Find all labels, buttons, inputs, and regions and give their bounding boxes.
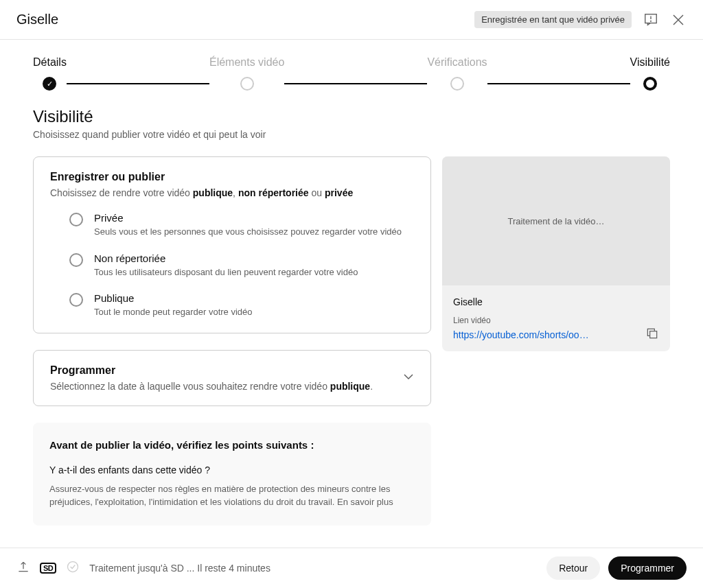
feedback-icon[interactable] — [643, 12, 659, 28]
step-dot-icon — [643, 77, 657, 91]
visibility-radio-group: Privée Seuls vous et les personnes que v… — [50, 212, 414, 319]
checklist-question: Y a-t-il des enfants dans cette vidéo ? — [49, 464, 415, 475]
step-details[interactable]: Détails — [33, 56, 67, 91]
dialog-header: Giselle Enregistrée en tant que vidéo pr… — [0, 0, 703, 40]
radio-private[interactable]: Privée Seuls vous et les personnes que v… — [69, 212, 414, 239]
video-title: Giselle — [16, 12, 58, 27]
chevron-down-icon — [400, 368, 417, 388]
radio-icon — [69, 253, 83, 267]
copy-icon[interactable] — [645, 327, 659, 340]
video-link[interactable]: https://youtube.com/shorts/oo… — [453, 329, 640, 340]
step-connector — [284, 83, 427, 84]
svg-point-7 — [68, 562, 78, 572]
radio-icon — [69, 293, 83, 307]
step-dot-icon — [450, 77, 464, 91]
card-description: Choisissez de rendre votre vidéo publiqu… — [50, 187, 414, 198]
upload-icon — [16, 560, 30, 576]
processing-check-icon — [66, 560, 80, 576]
step-connector — [487, 83, 630, 84]
radio-unlisted[interactable]: Non répertoriée Tous les utilisateurs di… — [69, 252, 414, 279]
step-connector — [67, 83, 209, 84]
schedule-button[interactable]: Programmer — [608, 556, 687, 580]
page-title: Visibilité — [33, 107, 670, 126]
step-dot-icon — [240, 77, 254, 91]
sd-badge: SD — [40, 563, 56, 574]
svg-point-2 — [651, 21, 652, 21]
radio-icon — [69, 213, 83, 226]
back-button[interactable]: Retour — [546, 556, 600, 580]
video-preview-card: Traitement de la vidéo… Giselle Lien vid… — [442, 156, 670, 351]
schedule-card[interactable]: Programmer Sélectionnez la date à laquel… — [33, 350, 431, 406]
svg-rect-5 — [650, 331, 657, 338]
card-title: Programmer — [50, 364, 397, 377]
pre-publish-checklist: Avant de publier la vidéo, vérifiez les … — [33, 423, 431, 526]
step-checks[interactable]: Vérifications — [427, 56, 487, 91]
save-publish-card: Enregistrer ou publier Choisissez de ren… — [33, 156, 431, 333]
processing-status: Traitement jusqu'à SD ... Il reste 4 min… — [89, 563, 270, 574]
radio-public[interactable]: Publique Tout le monde peut regarder vot… — [69, 292, 414, 319]
dialog-footer: SD Traitement jusqu'à SD ... Il reste 4 … — [0, 548, 703, 588]
link-label: Lien vidéo — [453, 316, 659, 325]
checklist-text: Assurez-vous de respecter nos règles en … — [49, 482, 415, 509]
preview-video-title: Giselle — [453, 296, 659, 307]
step-visibility[interactable]: Visibilité — [630, 56, 670, 91]
check-icon — [43, 77, 56, 91]
close-icon[interactable] — [670, 12, 687, 28]
upload-stepper: Détails Éléments vidéo Vérifications Vis… — [0, 40, 703, 107]
checklist-title: Avant de publier la vidéo, vérifiez les … — [49, 439, 415, 451]
video-thumbnail: Traitement de la vidéo… — [442, 156, 670, 285]
page-subtitle: Choisissez quand publier votre vidéo et … — [33, 129, 670, 140]
header-actions: Enregistrée en tant que vidéo privée — [474, 11, 687, 28]
main-content: Visibilité Choisissez quand publier votr… — [0, 107, 703, 532]
card-title: Enregistrer ou publier — [50, 171, 414, 183]
privacy-badge: Enregistrée en tant que vidéo privée — [474, 11, 632, 28]
card-description: Sélectionnez la date à laquelle vous sou… — [50, 381, 397, 392]
step-elements[interactable]: Éléments vidéo — [209, 56, 284, 91]
